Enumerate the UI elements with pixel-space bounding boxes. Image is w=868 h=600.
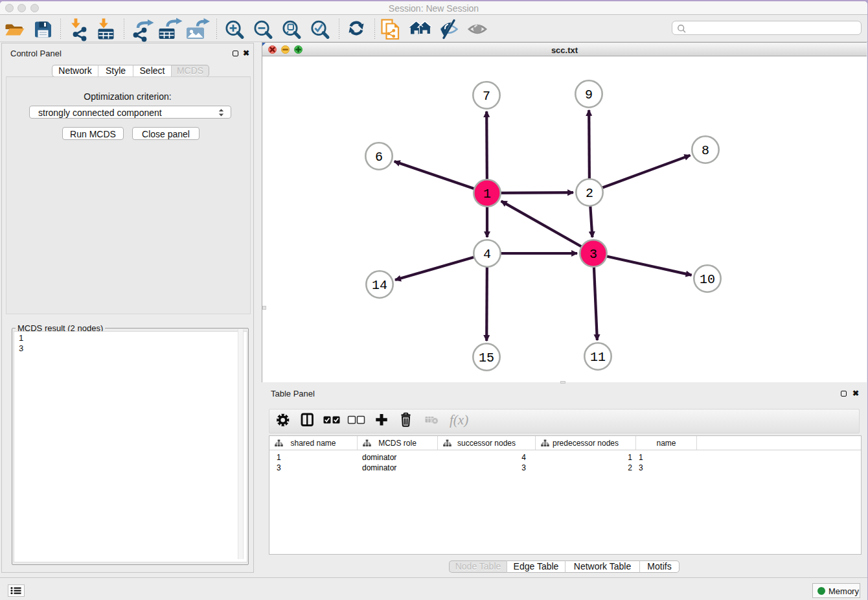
svg-text:f(x): f(x)	[450, 412, 468, 428]
svg-text:11: 11	[590, 350, 606, 365]
svg-text:1: 1	[483, 187, 491, 202]
svg-text:9: 9	[585, 87, 593, 102]
svg-text:4: 4	[483, 247, 491, 262]
svg-text:8: 8	[702, 143, 709, 158]
svg-text:14: 14	[372, 278, 387, 293]
svg-text:3: 3	[589, 247, 597, 262]
svg-text:2: 2	[586, 186, 593, 201]
svg-text:6: 6	[375, 150, 383, 165]
svg-text:15: 15	[479, 351, 494, 365]
svg-text:10: 10	[700, 272, 715, 287]
svg-text:7: 7	[483, 89, 490, 104]
